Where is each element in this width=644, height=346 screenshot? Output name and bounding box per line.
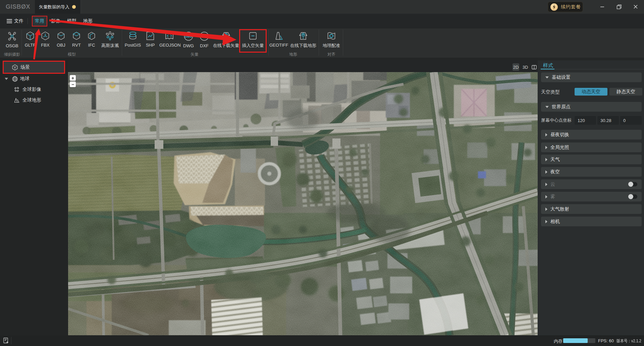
svg-text:DWG: DWG: [185, 35, 192, 38]
svg-text:DXF: DXF: [202, 35, 207, 38]
